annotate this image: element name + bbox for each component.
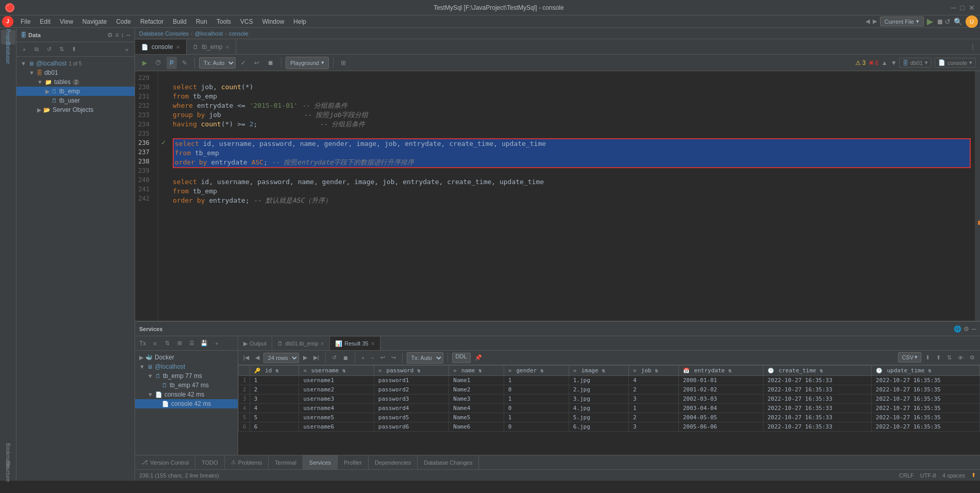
srv-group-btn[interactable]: ☰ — [186, 338, 197, 349]
result-tab-db01-tb-emp[interactable]: 🗒 db01.tb_emp ✕ — [272, 337, 330, 350]
table-row[interactable]: 33username3password3Name313.jpg32002-03-… — [239, 395, 980, 404]
cell-name[interactable]: Name2 — [449, 385, 504, 395]
bottom-tab-profiler[interactable]: Profiler — [338, 455, 369, 470]
th-username[interactable]: ≡ username ⇅ — [299, 366, 374, 376]
th-rownum[interactable] — [239, 366, 250, 376]
services-settings-icon[interactable]: ⚙ — [964, 325, 969, 333]
result-sort-btn[interactable]: ⇅ — [945, 352, 954, 364]
breadcrumb-database-consoles[interactable]: Database Consoles — [139, 30, 189, 37]
cell-password[interactable]: password4 — [374, 404, 449, 413]
cell-entrydate[interactable]: 2000-01-01 — [678, 376, 763, 385]
tree-localhost[interactable]: ▼ 🖥 @localhost 1 of 5 — [16, 59, 135, 68]
cell-update_time[interactable]: 2022-10-27 16:35:35 — [871, 422, 979, 432]
cell-id[interactable]: 6 — [250, 422, 299, 432]
minimize-btn[interactable]: ─ — [951, 4, 956, 12]
menu-view[interactable]: View — [56, 17, 77, 26]
cell-id[interactable]: 5 — [250, 413, 299, 422]
cell-gender[interactable]: 1 — [504, 395, 569, 404]
pin-btn[interactable]: 📌 — [473, 352, 484, 364]
th-password[interactable]: ≡ password ⇅ — [374, 366, 449, 376]
console-connection[interactable]: 📄 console ▾ — [935, 58, 976, 68]
cell-job[interactable]: 3 — [628, 395, 678, 404]
csv-button[interactable]: CSV ▾ — [898, 352, 921, 363]
cell-job[interactable]: 3 — [628, 422, 678, 432]
tree-srv-console-42-1[interactable]: ▼ 📄 console 42 ms — [135, 390, 238, 399]
refresh-btn[interactable]: ↺ — [944, 18, 951, 26]
menu-code[interactable]: Code — [112, 17, 135, 26]
services-globe-icon[interactable]: 🌐 — [954, 325, 961, 333]
data-table-container[interactable]: 🔑 id ⇅ ≡ username ⇅ ≡ password ⇅ ≡ name … — [238, 365, 980, 455]
th-update-time[interactable]: 🕐 update_time ⇅ — [871, 366, 979, 376]
menu-help[interactable]: Help — [289, 17, 310, 26]
result-view-btn[interactable]: 👁 — [956, 352, 966, 364]
result-last-btn[interactable]: ▶| — [311, 352, 321, 364]
cell-job[interactable]: 1 — [628, 404, 678, 413]
tree-server-objects[interactable]: ▶ 📂 Server Objects — [16, 105, 135, 114]
srv-collapse-btn[interactable]: ⇅ — [161, 338, 173, 349]
srv-add-btn[interactable]: + — [211, 338, 222, 349]
maximize-btn[interactable]: □ — [960, 4, 965, 12]
structure-tool-icon[interactable]: Structure — [1, 464, 15, 479]
result-next-btn[interactable]: ▶ — [301, 352, 309, 364]
result-tx-select[interactable]: Tx: Auto — [407, 352, 443, 364]
th-gender[interactable]: ≡ gender ⇅ — [504, 366, 569, 376]
cell-update_time[interactable]: 2022-10-27 16:35:35 — [871, 404, 979, 413]
cell-id[interactable]: 4 — [250, 404, 299, 413]
cell-image[interactable]: 5.jpg — [569, 413, 628, 422]
bottom-tab-version-control[interactable]: ⎇ Version Control — [135, 455, 195, 470]
cell-image[interactable]: 2.jpg — [569, 385, 628, 395]
tree-srv-console-42-2[interactable]: ▶ 📄 console 42 ms — [135, 399, 238, 408]
status-line-ending[interactable]: CRLF — [899, 472, 914, 479]
menu-vcs[interactable]: VCS — [236, 17, 257, 26]
tree-tables[interactable]: ▼ 📁 tables 2 — [16, 77, 135, 87]
result-refresh-btn[interactable]: ↺ — [330, 352, 339, 364]
cell-entrydate[interactable]: 2003-04-04 — [678, 404, 763, 413]
db-panel-collapse[interactable]: ─ — [126, 31, 130, 39]
window-controls[interactable]: ─ □ ✕ — [951, 4, 975, 12]
tx-mode-select[interactable]: Tx: Auto — [199, 57, 236, 69]
cell-id[interactable]: 3 — [250, 395, 299, 404]
cell-name[interactable]: Name5 — [449, 413, 504, 422]
down-arrow-btn[interactable]: ▼ — [891, 59, 897, 67]
db01-tab-close[interactable]: ✕ — [320, 341, 324, 347]
rows-select[interactable]: 24 rows — [263, 353, 299, 363]
run-query-btn[interactable]: ▶ — [139, 57, 150, 69]
cell-id[interactable]: 2 — [250, 385, 299, 395]
cell-create_time[interactable]: 2022-10-27 16:35:33 — [763, 395, 871, 404]
srv-filter-btn[interactable]: ⊞ — [174, 338, 185, 349]
result35-tab-close[interactable]: ✕ — [371, 341, 375, 347]
th-job[interactable]: ≡ job ⇅ — [628, 366, 678, 376]
result-download-btn[interactable]: ⬇ — [923, 352, 932, 364]
status-encoding[interactable]: UTF-8 — [920, 472, 936, 479]
bottom-tab-terminal[interactable]: Terminal — [269, 455, 303, 470]
result-remove-row-btn[interactable]: − — [369, 352, 376, 364]
cell-create_time[interactable]: 2022-10-27 16:35:33 — [763, 376, 871, 385]
tree-srv-tb-emp-77[interactable]: ▼ 🗒 tb_emp 77 ms — [135, 371, 238, 381]
table-row[interactable]: 66username6password6Name606.jpg32005-06-… — [239, 422, 980, 432]
editor-scrollbar[interactable] — [975, 71, 980, 321]
cell-update_time[interactable]: 2022-10-27 16:35:35 — [871, 395, 979, 404]
result-stop-btn[interactable]: ⏹ — [341, 352, 351, 364]
cell-username[interactable]: username2 — [299, 385, 374, 395]
table-row[interactable]: 44username4password4Name404.jpg12003-04-… — [239, 404, 980, 413]
table-row[interactable]: 11username1password1Name111.jpg42000-01-… — [239, 376, 980, 385]
cell-create_time[interactable]: 2022-10-27 16:35:33 — [763, 422, 871, 432]
cell-image[interactable]: 4.jpg — [569, 404, 628, 413]
th-name[interactable]: ≡ name ⇅ — [449, 366, 504, 376]
format-btn[interactable]: ✎ — [179, 57, 190, 69]
ddl-button[interactable]: DDL — [452, 353, 471, 363]
cell-name[interactable]: Name6 — [449, 422, 504, 432]
bottom-tab-todo[interactable]: TODO — [195, 455, 225, 470]
cell-password[interactable]: password6 — [374, 422, 449, 432]
th-create-time[interactable]: 🕐 create_time ⇅ — [763, 366, 871, 376]
result-tab-output[interactable]: ▶ Output — [238, 337, 272, 350]
menu-run[interactable]: Run — [192, 17, 211, 26]
cell-image[interactable]: 3.jpg — [569, 395, 628, 404]
result-prev-btn[interactable]: ◀ — [253, 352, 261, 364]
result-undo-btn[interactable]: ↩ — [378, 352, 387, 364]
th-entrydate[interactable]: 📅 entrydate ⇅ — [678, 366, 763, 376]
cell-entrydate[interactable]: 2001-02-02 — [678, 385, 763, 395]
cell-gender[interactable]: 1 — [504, 376, 569, 385]
tree-tb-emp[interactable]: ▶ 🗒 tb_emp — [16, 87, 135, 96]
table-view-btn[interactable]: ⊞ — [338, 57, 349, 69]
